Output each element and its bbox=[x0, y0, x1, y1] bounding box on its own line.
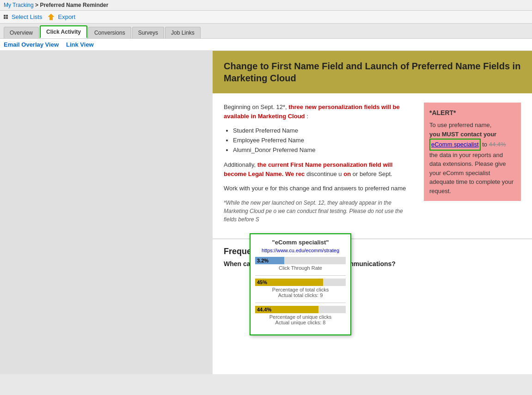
additionally-cont: discontinue u bbox=[306, 170, 342, 177]
additionally-prefix: Additionally, bbox=[224, 161, 256, 168]
email-overlay-view-link[interactable]: Email Overlay View bbox=[4, 41, 59, 48]
view-links: Email Overlay View Link View bbox=[0, 39, 532, 51]
list-item-1: Student Preferred Name bbox=[233, 126, 415, 136]
alert-to-text: to bbox=[482, 141, 489, 148]
email-list: Student Preferred Name Employee Preferre… bbox=[233, 126, 415, 155]
tab-overview[interactable]: Overview bbox=[4, 27, 39, 38]
alert-strikethrough: 44.4% bbox=[489, 141, 506, 148]
ctr-label: Click Through Rate bbox=[255, 265, 346, 271]
metric-total-clicks: 45% Percentage of total clicks Actual to… bbox=[255, 279, 346, 298]
export-icon bbox=[48, 14, 54, 20]
breadcrumb-bar: My Tracking > Preferred Name Reminder bbox=[0, 0, 532, 11]
unique-clicks-label: Percentage of unique clicks bbox=[255, 314, 346, 320]
ctr-bar-fill: 3.2% bbox=[255, 257, 284, 264]
additionally-end-red: on bbox=[343, 170, 351, 177]
link-view-link[interactable]: Link View bbox=[66, 41, 94, 48]
tab-surveys[interactable]: Surveys bbox=[132, 27, 164, 38]
email-content-wrapper: Change to First Name Field and Launch of… bbox=[213, 51, 532, 374]
total-clicks-bar-fill: 45% bbox=[255, 279, 323, 286]
tab-job-links[interactable]: Job Links bbox=[165, 27, 201, 38]
divider-1 bbox=[255, 275, 346, 276]
alert-title: *ALERT* bbox=[429, 108, 515, 118]
work-text: Work with your bbox=[224, 185, 263, 192]
total-clicks-bar-container: 45% bbox=[255, 279, 346, 286]
total-clicks-value: 45% bbox=[257, 280, 267, 285]
alert-box: *ALERT* To use preferred name, you MUST … bbox=[424, 103, 521, 201]
email-title: Change to First Name Field and Launch of… bbox=[224, 60, 521, 84]
metric-ctr: 3.2% Click Through Rate bbox=[255, 257, 346, 271]
email-body: Beginning on Sept. 12*, three new person… bbox=[213, 93, 532, 238]
total-clicks-sublabel: Actual total clicks: 9 bbox=[255, 292, 346, 298]
divider-2 bbox=[255, 303, 346, 303]
ctr-value: 3.2% bbox=[257, 258, 269, 263]
additionally-end: or before Sept. bbox=[353, 170, 392, 177]
metric-unique-clicks: 44.4% Percentage of unique clicks Actual… bbox=[255, 306, 346, 325]
list-item-3: Alumni_Donor Preferred Name bbox=[233, 146, 415, 155]
unique-clicks-bar-fill: 44.4% bbox=[255, 306, 318, 313]
ecomm-specialist-link[interactable]: eComm specialist bbox=[431, 141, 479, 148]
alert-text1: To use preferred name, bbox=[429, 121, 515, 130]
export-label: Export bbox=[58, 13, 75, 20]
main-content: Change to First Name Field and Launch of… bbox=[0, 51, 532, 374]
tab-click-activity[interactable]: Click Activity bbox=[40, 25, 87, 38]
email-left-column: Beginning on Sept. 12*, three new person… bbox=[224, 103, 415, 229]
work-cont: e for this change and find answers to pr… bbox=[265, 185, 406, 192]
tab-conversions[interactable]: Conversions bbox=[88, 27, 131, 38]
breadcrumb-separator: > bbox=[35, 2, 40, 8]
work-paragraph: Work with your e for this change and fin… bbox=[224, 184, 415, 193]
grid-icon bbox=[4, 15, 8, 19]
select-lists-label: Select Lists bbox=[12, 13, 42, 20]
alert-text2-strong: you MUST contact your bbox=[429, 131, 496, 138]
unique-clicks-bar-container: 44.4% bbox=[255, 306, 346, 313]
alert-text3-cont: the data in your reports and data extens… bbox=[429, 152, 514, 194]
unique-clicks-sublabel: Actual unique clicks: 8 bbox=[255, 320, 346, 325]
alert-text2: you MUST contact your bbox=[429, 130, 515, 139]
list-item-2: Employee Preferred Name bbox=[233, 136, 415, 146]
toolbar: Select Lists Export bbox=[0, 11, 532, 24]
email-right-column: *ALERT* To use preferred name, you MUST … bbox=[424, 103, 521, 229]
select-lists-button[interactable]: Select Lists bbox=[4, 13, 42, 20]
intro-colon: : bbox=[306, 113, 308, 120]
breadcrumb-my-tracking[interactable]: My Tracking bbox=[4, 2, 34, 8]
tooltip-popup: "eComm specialist" https://www.cu.edu/ec… bbox=[250, 233, 351, 335]
total-clicks-label: Percentage of total clicks bbox=[255, 287, 346, 292]
unique-clicks-value: 44.4% bbox=[257, 307, 271, 312]
email-intro-paragraph: Beginning on Sept. 12*, three new person… bbox=[224, 103, 415, 121]
ctr-bar-container: 3.2% bbox=[255, 257, 346, 264]
additionally-paragraph: Additionally, the current First Name per… bbox=[224, 160, 415, 178]
intro-prefix: Beginning on Sept. 12*, bbox=[224, 103, 287, 110]
email-header: Change to First Name Field and Launch of… bbox=[213, 51, 532, 93]
breadcrumb-current: Preferred Name Reminder bbox=[40, 2, 108, 8]
ecomm-link-box: eComm specialist bbox=[429, 139, 481, 151]
tabs-bar: Overview Click Activity Conversions Surv… bbox=[0, 24, 532, 39]
italic-paragraph: *While the new per launched on Sept. 12,… bbox=[224, 199, 415, 224]
tooltip-url[interactable]: https://www.cu.edu/ecomm/strateg bbox=[255, 248, 346, 253]
left-panel bbox=[0, 51, 213, 374]
tooltip-title: "eComm specialist" bbox=[255, 239, 346, 246]
export-button[interactable]: Export bbox=[48, 13, 75, 20]
